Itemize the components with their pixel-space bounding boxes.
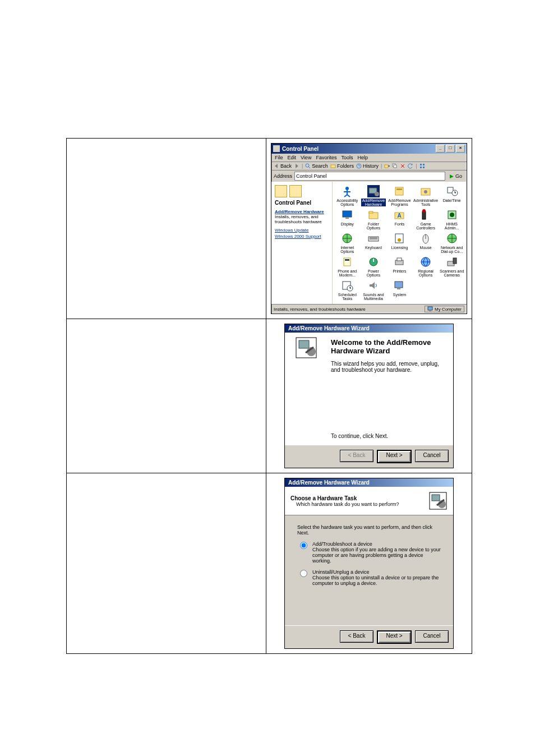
control-panel-item-label: Keyboard (365, 246, 382, 250)
radio-add-troubleshoot[interactable] (300, 542, 307, 549)
svg-rect-12 (423, 167, 425, 168)
screenshot-cell-3: Add/Remove Hardware Wizard Choose a Hard… (266, 473, 472, 653)
control-panel-item[interactable]: Phone and Modem... (335, 256, 360, 277)
svg-rect-6 (394, 165, 396, 168)
control-panel-item[interactable]: AFonts (387, 209, 412, 230)
option-add-desc: Choose this option if you are adding a n… (312, 547, 441, 564)
control-panel-item-label: Display (341, 222, 354, 226)
window-titlebar: Control Panel _ □ × (271, 144, 467, 154)
svg-rect-28 (422, 211, 426, 219)
wizard-step-subtitle: Which hardware task do you want to perfo… (296, 501, 424, 507)
close-button[interactable]: × (456, 145, 465, 153)
address-input[interactable] (294, 172, 445, 181)
svg-rect-22 (343, 211, 352, 217)
next-button[interactable]: Next > (377, 630, 412, 644)
option-add-label: Add/Troubleshoot a device (312, 541, 372, 547)
back-arrow-icon (274, 163, 279, 169)
toolbar-history[interactable]: History (356, 163, 379, 169)
toolbar-copyto-icon[interactable] (392, 163, 398, 169)
control-panel-item[interactable]: Folder Options (361, 209, 386, 230)
menu-help[interactable]: Help (357, 155, 368, 160)
option-add-troubleshoot[interactable]: Add/Troubleshoot a device Choose this op… (297, 541, 441, 564)
control-panel-item-label: Add/Remove Programs (387, 199, 412, 206)
control-panel-item[interactable]: Date/Time (439, 185, 464, 206)
control-panel-item-label: Printers (393, 269, 406, 273)
selected-item-desc: Installs, removes, and troubleshoots har… (275, 214, 329, 224)
option-uninstall-unplug[interactable]: Uninstall/Unplug a device Choose this op… (297, 569, 441, 586)
toolbar-views-icon[interactable] (419, 163, 425, 169)
minimize-button[interactable]: _ (436, 145, 445, 153)
control-panel-item[interactable]: Add/Remove Hardware (361, 185, 386, 206)
control-panel-item[interactable]: Administrative Tools (413, 185, 439, 206)
menu-file[interactable]: File (275, 155, 283, 160)
history-icon (356, 163, 362, 169)
toolbar-undo-icon[interactable] (408, 163, 413, 169)
screenshot-cell-1: Control Panel _ □ × File Edit View Favor… (266, 139, 472, 319)
control-panel-item-label: HHMS Admin... (439, 222, 464, 230)
control-panel-item[interactable]: Network and Dial-up Co... (439, 232, 464, 253)
svg-point-19 (424, 190, 427, 193)
svg-rect-24 (369, 213, 378, 219)
option-uninstall-label: Uninstall/Unplug a device (312, 569, 370, 575)
control-panel-item[interactable]: Regional Options (413, 256, 439, 277)
cancel-button[interactable]: Cancel (415, 450, 449, 462)
control-panel-item[interactable]: Scanners and Cameras (439, 256, 464, 277)
svg-point-13 (345, 187, 349, 190)
control-panel-left-pane: Control Panel Add/Remove Hardware Instal… (271, 182, 333, 304)
control-panel-item[interactable]: Add/Remove Programs (387, 185, 412, 206)
back-button[interactable]: < Back (340, 630, 373, 643)
svg-rect-52 (395, 282, 403, 288)
svg-point-15 (375, 192, 379, 196)
menu-tools[interactable]: Tools (341, 155, 353, 160)
control-panel-item[interactable]: Mouse (413, 232, 439, 253)
svg-rect-57 (299, 340, 309, 348)
toolbar-forward[interactable] (294, 163, 299, 169)
control-panel-item[interactable]: Keyboard (361, 232, 386, 253)
toolbar-back[interactable]: Back (274, 163, 292, 169)
empty-left-cell (67, 139, 266, 319)
control-panel-item[interactable]: Scheduled Tasks (335, 279, 360, 301)
hhms-icon (446, 209, 458, 221)
power-icon (367, 256, 380, 268)
next-button[interactable]: Next > (377, 450, 412, 463)
svg-text:A: A (398, 213, 402, 219)
radio-uninstall-unplug[interactable] (300, 570, 307, 577)
windows-support-link[interactable]: Windows 2000 Support (275, 234, 329, 239)
toolbar-moveto-icon[interactable] (384, 163, 390, 169)
access-icon (341, 185, 353, 197)
cancel-button[interactable]: Cancel (415, 630, 449, 643)
menubar: File Edit View Favorites Tools Help (271, 154, 467, 162)
control-panel-item[interactable]: Internet Options (335, 232, 360, 253)
toolbar-folders[interactable]: Folders (330, 163, 354, 169)
control-panel-item[interactable]: Display (335, 209, 360, 230)
control-panel-item[interactable]: Power Options (361, 256, 386, 277)
control-panel-item[interactable]: System (387, 279, 412, 301)
address-bar: Address ▶ Go (271, 170, 467, 182)
control-panel-window: Control Panel _ □ × File Edit View Favor… (271, 143, 467, 314)
menu-view[interactable]: View (301, 155, 311, 160)
wizard-titlebar: Add/Remove Hardware Wizard (285, 324, 453, 333)
hardware-wizard-icon (294, 336, 318, 359)
control-panel-item[interactable]: Accessibility Options (335, 185, 360, 206)
control-panel-icon-grid: Accessibility OptionsAdd/Remove Hardware… (333, 182, 467, 304)
sound-icon (367, 279, 380, 292)
control-panel-item[interactable]: Licensing (387, 232, 412, 253)
wizard-buttons: < Back Next > Cancel (285, 625, 453, 648)
control-panel-item[interactable]: Game Controllers (413, 209, 439, 230)
control-panel-item-label: Internet Options (335, 246, 360, 253)
control-panel-item[interactable]: HHMS Admin... (439, 209, 464, 230)
toolbar-delete-icon[interactable] (400, 163, 405, 169)
toolbar-search[interactable]: Search (305, 163, 328, 169)
control-panel-item[interactable]: Sounds and Multimedia (361, 279, 386, 301)
go-button[interactable]: ▶ Go (448, 173, 464, 179)
address-label: Address (274, 173, 292, 179)
menu-favorites[interactable]: Favorites (316, 155, 336, 160)
hw-icon (367, 185, 380, 197)
game-icon (419, 209, 432, 221)
control-panel-item[interactable]: Printers (387, 256, 412, 277)
control-panel-item-label: Phone and Modem... (335, 269, 360, 277)
menu-edit[interactable]: Edit (288, 155, 297, 160)
wizard-side-graphic (285, 333, 328, 445)
windows-update-link[interactable]: Windows Update (275, 228, 329, 233)
maximize-button[interactable]: □ (446, 145, 455, 153)
